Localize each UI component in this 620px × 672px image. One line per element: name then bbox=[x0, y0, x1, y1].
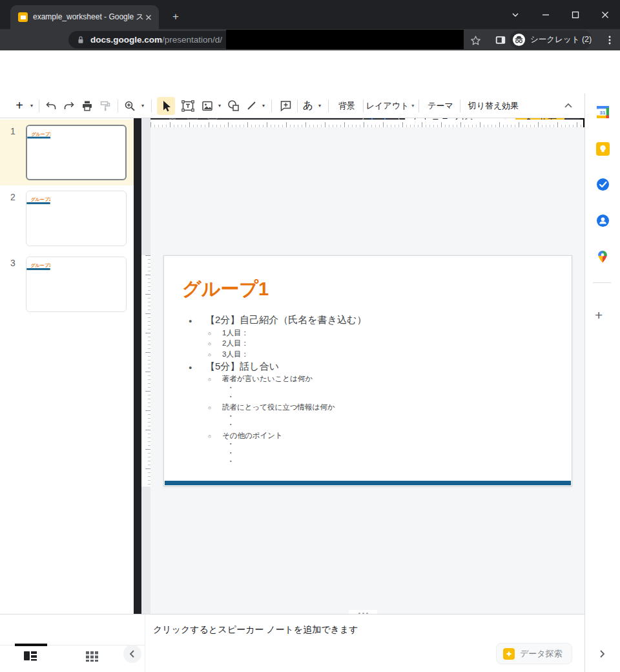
hide-menus-icon[interactable] bbox=[559, 94, 577, 118]
maps-icon[interactable] bbox=[595, 249, 610, 264]
bullet-text[interactable]: 3人目： bbox=[222, 350, 249, 359]
new-slide-dropdown-icon[interactable]: ▾ bbox=[27, 94, 36, 118]
new-tab-button[interactable]: + bbox=[168, 9, 183, 25]
shape-tool-icon[interactable] bbox=[225, 94, 242, 118]
zoom-icon[interactable] bbox=[121, 94, 138, 118]
incognito-icon bbox=[512, 33, 526, 47]
bullet-text[interactable]: 【2分】自己紹介（氏名を書き込む） bbox=[205, 314, 366, 326]
slide-surface[interactable]: グループ1【2分】自己紹介（氏名を書き込む）1人目：2人目：3人目：【5分】話し… bbox=[164, 256, 572, 486]
filmstrip-view-icon[interactable] bbox=[23, 650, 37, 662]
window-minimize-icon[interactable] bbox=[537, 6, 554, 23]
app-header: example_worksheet ファイル編集表示挿入表示形式スライド配置 ↑… bbox=[0, 50, 620, 94]
insert-comment-icon[interactable] bbox=[276, 94, 294, 118]
add-addon-icon[interactable]: + bbox=[595, 308, 603, 323]
bullet-marker bbox=[164, 414, 238, 418]
text-format-tool[interactable]: あ bbox=[301, 94, 315, 118]
bullet-marker bbox=[164, 450, 238, 455]
bullet-text[interactable]: 【5分】話し合い bbox=[205, 361, 279, 373]
incognito-badge[interactable]: シークレット (2) bbox=[510, 30, 592, 49]
slide-canvas[interactable]: グループ1【2分】自己紹介（氏名を書き込む）1人目：2人目：3人目：【5分】話し… bbox=[163, 255, 572, 487]
browser-tab[interactable]: example_worksheet - Google スラ bbox=[10, 5, 159, 29]
bullet-item[interactable] bbox=[164, 441, 568, 450]
bullet-item[interactable]: その他のポイント bbox=[164, 431, 568, 442]
bullet-text[interactable]: 1人目： bbox=[222, 328, 249, 338]
thumbnail-preview: グループ2【2分】自己紹介（氏名を書き込む）1人目：2人目：3人目：【5分】話し… bbox=[26, 191, 50, 204]
bullet-marker bbox=[164, 341, 222, 347]
slide-thumbnail-row[interactable]: 1グループ1【2分】自己紹介（氏名を書き込む）1人目：2人目：3人目：【5分】話… bbox=[0, 120, 134, 185]
print-icon[interactable] bbox=[79, 94, 96, 118]
slide-body-list[interactable]: 【2分】自己紹介（氏名を書き込む）1人目：2人目：3人目：【5分】話し合い著者が… bbox=[164, 314, 568, 468]
bullet-item[interactable]: 2人目： bbox=[164, 339, 568, 350]
layout-button[interactable]: レイアウト▾ bbox=[368, 94, 412, 118]
cursor-icon bbox=[160, 100, 172, 112]
bullet-item[interactable] bbox=[164, 385, 568, 394]
bullet-marker bbox=[164, 459, 238, 463]
calendar-icon[interactable]: 31 bbox=[595, 105, 610, 119]
window-chevron-icon[interactable] bbox=[507, 6, 524, 23]
bullet-item[interactable]: 1人目： bbox=[164, 328, 568, 339]
browser-menu-icon[interactable] bbox=[602, 32, 617, 48]
window-close-icon[interactable] bbox=[597, 6, 614, 23]
toolbar: + ▾ ▾ ▾ ▾ あ ▾ 背景 レイアウト▾ テーマ bbox=[0, 94, 584, 118]
bullet-text[interactable]: その他のポイント bbox=[222, 431, 283, 441]
explore-icon bbox=[503, 648, 515, 660]
transition-button[interactable]: 切り替え効果 bbox=[466, 94, 521, 118]
bookmark-star-icon[interactable] bbox=[468, 32, 483, 48]
url-domain: docs.google.com bbox=[90, 35, 162, 45]
bullet-item[interactable]: 読者にとって役に立つ情報は何か bbox=[164, 403, 568, 414]
redo-icon[interactable] bbox=[61, 94, 78, 118]
zoom-dropdown-icon[interactable]: ▾ bbox=[138, 94, 147, 118]
slide-thumbnail[interactable]: グループ2【2分】自己紹介（氏名を書き込む）1人目：2人目：3人目：【5分】話し… bbox=[26, 191, 127, 246]
bullet-item[interactable] bbox=[164, 414, 568, 422]
speaker-notes-placeholder[interactable]: クリックするとスピーカー ノートを追加できます bbox=[153, 624, 358, 636]
bullet-item[interactable]: 【2分】自己紹介（氏名を書き込む） bbox=[164, 314, 568, 328]
bullet-item[interactable] bbox=[164, 422, 568, 430]
paint-format-icon[interactable] bbox=[97, 94, 114, 118]
undo-icon[interactable] bbox=[43, 94, 59, 118]
bullet-item[interactable]: 著者が言いたいことは何か bbox=[164, 374, 568, 385]
image-dropdown-icon[interactable]: ▾ bbox=[215, 94, 224, 118]
slide-thumbnail[interactable]: グループ1【2分】自己紹介（氏名を書き込む）1人目：2人目：3人目：【5分】話し… bbox=[26, 125, 127, 180]
slide-thumbnail[interactable]: グループ3【2分】自己紹介（氏名を書き込む）1人目：2人目：3人目：【5分】話し… bbox=[26, 257, 127, 312]
tab-close-icon[interactable] bbox=[143, 12, 154, 23]
bullet-item[interactable] bbox=[164, 459, 568, 467]
contacts-icon[interactable] bbox=[595, 213, 610, 227]
select-tool-button[interactable] bbox=[157, 97, 175, 115]
bullet-marker bbox=[164, 364, 205, 371]
bullet-item[interactable]: 【5分】話し合い bbox=[164, 361, 568, 375]
textbox-tool-icon[interactable] bbox=[179, 94, 197, 118]
bullet-item[interactable] bbox=[164, 450, 568, 459]
text-format-dropdown-icon[interactable]: ▾ bbox=[315, 94, 324, 118]
bullet-marker bbox=[164, 376, 222, 383]
grid-view-icon[interactable] bbox=[86, 651, 98, 662]
slide-thumbnail-row[interactable]: 2グループ2【2分】自己紹介（氏名を書き込む）1人目：2人目：3人目：【5分】話… bbox=[0, 185, 134, 251]
bullet-marker bbox=[164, 422, 238, 426]
collapse-panel-right-icon[interactable] bbox=[593, 645, 611, 663]
theme-button[interactable]: テーマ bbox=[425, 94, 456, 118]
new-slide-button[interactable]: + bbox=[12, 94, 27, 118]
thumbnail-preview: グループ1【2分】自己紹介（氏名を書き込む）1人目：2人目：3人目：【5分】話し… bbox=[27, 126, 50, 139]
collapse-filmstrip-icon[interactable] bbox=[123, 645, 141, 663]
bullet-item[interactable] bbox=[164, 394, 568, 403]
bullet-marker bbox=[164, 433, 222, 439]
bullet-text[interactable]: 2人目： bbox=[222, 339, 249, 348]
filmstrip-scrollbar[interactable] bbox=[15, 644, 47, 646]
window-maximize-icon[interactable] bbox=[567, 6, 584, 23]
bullet-item[interactable]: 3人目： bbox=[164, 350, 568, 361]
line-dropdown-icon[interactable]: ▾ bbox=[259, 94, 268, 118]
slide-title[interactable]: グループ1 bbox=[182, 277, 269, 302]
url-redaction bbox=[226, 30, 464, 49]
keep-icon[interactable] bbox=[595, 142, 610, 156]
slide-accent-bar bbox=[26, 202, 50, 204]
side-panel-icon[interactable] bbox=[493, 32, 508, 48]
insert-image-icon[interactable] bbox=[199, 94, 216, 118]
bullet-marker bbox=[164, 352, 222, 358]
bullet-text[interactable]: 著者が言いたいことは何か bbox=[222, 374, 313, 384]
line-tool-icon[interactable] bbox=[243, 94, 259, 118]
slide-thumbnail-row[interactable]: 3グループ3【2分】自己紹介（氏名を書き込む）1人目：2人目：3人目：【5分】話… bbox=[0, 251, 134, 317]
side-panel-divider bbox=[593, 282, 611, 283]
background-button[interactable]: 背景 bbox=[333, 94, 360, 118]
explore-button[interactable]: データ探索 bbox=[496, 643, 572, 664]
tasks-icon[interactable] bbox=[595, 177, 610, 191]
bullet-text[interactable]: 読者にとって役に立つ情報は何か bbox=[222, 403, 335, 412]
